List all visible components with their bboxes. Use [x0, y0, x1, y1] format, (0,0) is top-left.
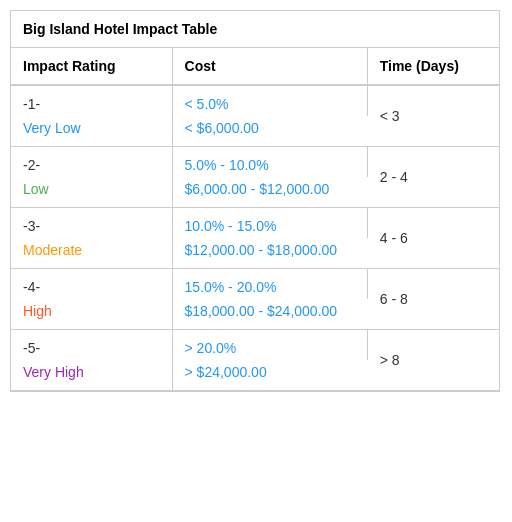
impact-table: Impact Rating Cost Time (Days) -1-< 5.0%… — [11, 48, 499, 391]
cost-named: < $6,000.00 — [172, 116, 367, 147]
impact-named-label: Low — [11, 177, 172, 208]
cost-numeric: 15.0% - 20.0% — [172, 269, 367, 300]
cost-named: $12,000.00 - $18,000.00 — [172, 238, 367, 269]
impact-numeric-label: -1- — [11, 85, 172, 116]
time-value: 2 - 4 — [367, 147, 499, 208]
cost-named: $18,000.00 - $24,000.00 — [172, 299, 367, 330]
impact-numeric-label: -2- — [11, 147, 172, 178]
cost-named: $6,000.00 - $12,000.00 — [172, 177, 367, 208]
table-title: Big Island Hotel Impact Table — [11, 11, 499, 48]
table-row: -2-5.0% - 10.0%2 - 4 — [11, 147, 499, 178]
time-value: 4 - 6 — [367, 208, 499, 269]
table-row: -5-> 20.0%> 8 — [11, 330, 499, 361]
col-header-cost: Cost — [172, 48, 367, 85]
time-value: < 3 — [367, 85, 499, 147]
col-header-impact: Impact Rating — [11, 48, 172, 85]
impact-named-label: Moderate — [11, 238, 172, 269]
impact-table-wrapper: Big Island Hotel Impact Table Impact Rat… — [10, 10, 500, 392]
cost-numeric: > 20.0% — [172, 330, 367, 361]
impact-named-label: Very High — [11, 360, 172, 391]
table-row: -3-10.0% - 15.0%4 - 6 — [11, 208, 499, 239]
table-header-row: Impact Rating Cost Time (Days) — [11, 48, 499, 85]
cost-numeric: < 5.0% — [172, 85, 367, 116]
col-header-time: Time (Days) — [367, 48, 499, 85]
cost-numeric: 10.0% - 15.0% — [172, 208, 367, 239]
cost-named: > $24,000.00 — [172, 360, 367, 391]
table-row: -1-< 5.0%< 3 — [11, 85, 499, 116]
impact-numeric-label: -4- — [11, 269, 172, 300]
impact-named-label: High — [11, 299, 172, 330]
cost-numeric: 5.0% - 10.0% — [172, 147, 367, 178]
impact-named-label: Very Low — [11, 116, 172, 147]
time-value: 6 - 8 — [367, 269, 499, 330]
time-value: > 8 — [367, 330, 499, 391]
table-row: -4-15.0% - 20.0%6 - 8 — [11, 269, 499, 300]
impact-numeric-label: -3- — [11, 208, 172, 239]
impact-numeric-label: -5- — [11, 330, 172, 361]
